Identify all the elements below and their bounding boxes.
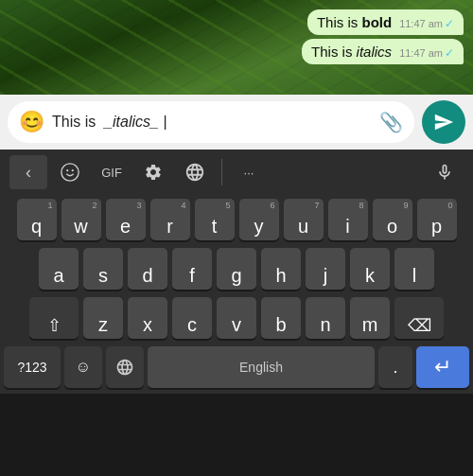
- emoji-key[interactable]: ☺: [64, 346, 102, 388]
- key-q[interactable]: 1q: [17, 199, 57, 240]
- translate-icon: [184, 162, 205, 183]
- input-field-wrapper: 😊 This is _italics_ | 📎: [8, 101, 414, 143]
- emoji-keyboard-icon: ☺: [76, 359, 91, 376]
- period-key[interactable]: .: [378, 346, 412, 388]
- key-g[interactable]: g: [217, 248, 256, 290]
- translate-button[interactable]: [176, 155, 214, 189]
- settings-icon: [144, 163, 163, 182]
- message-bubble: This is italics 11:47 am ✓: [302, 39, 464, 64]
- keyboard-row-2: a s d f g h j k l: [4, 248, 469, 290]
- check-mark: ✓: [445, 46, 454, 60]
- message-time: 11:47 am: [399, 18, 443, 29]
- key-z[interactable]: z: [83, 297, 123, 339]
- gif-label: GIF: [101, 166, 122, 180]
- keyboard: 1q 2w 3e 4r 5t 6y 7u 8i 9o 0p a s d f g …: [0, 195, 473, 346]
- key-r[interactable]: 4r: [150, 199, 190, 240]
- key-s[interactable]: s: [83, 248, 123, 290]
- svg-point-1: [66, 169, 68, 171]
- key-t[interactable]: 5t: [195, 199, 235, 240]
- globe-icon: [115, 358, 134, 377]
- key-m[interactable]: m: [350, 297, 390, 339]
- svg-point-0: [61, 164, 79, 181]
- key-k[interactable]: k: [350, 248, 390, 290]
- input-text-display[interactable]: This is _italics_ |: [52, 114, 372, 131]
- mic-icon: [435, 163, 454, 182]
- key-p[interactable]: 0p: [417, 199, 457, 240]
- key-f[interactable]: f: [172, 248, 212, 290]
- more-button[interactable]: ···: [230, 155, 268, 189]
- key-l[interactable]: l: [394, 248, 434, 290]
- key-e[interactable]: 3e: [106, 199, 146, 240]
- gif-button[interactable]: GIF: [93, 155, 131, 189]
- enter-key[interactable]: ↵: [416, 346, 469, 388]
- settings-button[interactable]: [134, 155, 172, 189]
- key-h[interactable]: h: [261, 248, 301, 290]
- emoji-button[interactable]: 😊: [19, 110, 44, 134]
- message-text: This is bold: [317, 14, 392, 30]
- key-c[interactable]: c: [172, 297, 212, 339]
- key-y[interactable]: 6y: [239, 199, 279, 240]
- message-bubble: This is bold 11:47 am ✓: [307, 9, 464, 35]
- space-key[interactable]: English: [148, 346, 375, 388]
- sticker-button[interactable]: [51, 155, 89, 189]
- num-label: ?123: [17, 360, 46, 375]
- globe-key[interactable]: [106, 346, 144, 388]
- enter-icon: ↵: [434, 357, 451, 378]
- bold-text: bold: [361, 14, 392, 30]
- back-button[interactable]: ‹: [9, 155, 47, 189]
- input-bar: 😊 This is _italics_ | 📎: [0, 95, 473, 150]
- message-meta: 11:47 am ✓: [399, 46, 454, 60]
- send-button[interactable]: [422, 100, 465, 144]
- key-v[interactable]: v: [217, 297, 256, 339]
- key-b[interactable]: b: [261, 297, 301, 339]
- attachment-button[interactable]: 📎: [379, 111, 403, 133]
- keyboard-row-3: ⇧ z x c v b n m ⌫: [4, 297, 469, 339]
- send-icon: [433, 112, 454, 132]
- space-label: English: [239, 360, 283, 375]
- messages-container: This is bold 11:47 am ✓ This is italics …: [0, 0, 473, 74]
- message-meta: 11:47 am ✓: [399, 17, 454, 30]
- keyboard-bottom-row: ?123 ☺ English . ↵: [0, 346, 473, 394]
- keyboard-row-1: 1q 2w 3e 4r 5t 6y 7u 8i 9o 0p: [4, 199, 469, 240]
- key-x[interactable]: x: [128, 297, 167, 339]
- shift-key[interactable]: ⇧: [29, 297, 79, 339]
- key-n[interactable]: n: [306, 297, 345, 339]
- svg-point-2: [72, 169, 74, 171]
- mic-button[interactable]: [426, 155, 464, 189]
- italic-text: italics: [357, 44, 393, 60]
- chat-area: This is bold 11:47 am ✓ This is italics …: [0, 0, 473, 95]
- num-key[interactable]: ?123: [4, 346, 61, 388]
- key-i[interactable]: 8i: [328, 199, 368, 240]
- key-d[interactable]: d: [128, 248, 167, 290]
- key-o[interactable]: 9o: [373, 199, 412, 240]
- sticker-icon: [60, 162, 80, 183]
- key-j[interactable]: j: [306, 248, 345, 290]
- key-w[interactable]: 2w: [61, 199, 101, 240]
- message-time: 11:47 am: [399, 47, 443, 59]
- check-mark: ✓: [445, 17, 454, 30]
- period-label: .: [393, 358, 397, 378]
- keyboard-toolbar: ‹ GIF ···: [0, 150, 473, 195]
- backspace-key[interactable]: ⌫: [394, 297, 444, 339]
- key-a[interactable]: a: [39, 248, 79, 290]
- message-text: This is italics: [311, 44, 392, 60]
- key-u[interactable]: 7u: [284, 199, 324, 240]
- toolbar-divider: [221, 159, 222, 185]
